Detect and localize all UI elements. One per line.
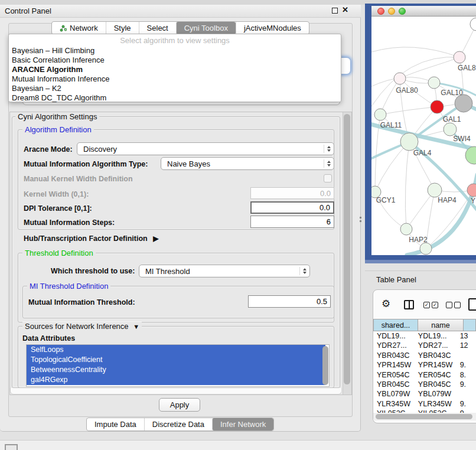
cell[interactable]: 9. xyxy=(457,360,476,370)
tab-discretize-data[interactable]: Discretize Data xyxy=(144,418,212,431)
tab-network[interactable]: Network xyxy=(52,22,106,34)
collapse-down-icon[interactable]: ▼ xyxy=(133,323,139,330)
table-row[interactable]: YPR145WYPR145W9. xyxy=(373,360,476,370)
cell[interactable]: YBR045C xyxy=(373,380,415,389)
manual-kernel-checkbox[interactable] xyxy=(324,174,332,182)
cell[interactable]: 12 xyxy=(457,341,476,350)
which-threshold-label: Which threshold to use: xyxy=(51,267,135,275)
network-node[interactable] xyxy=(444,123,457,136)
cell[interactable]: YBL079W xyxy=(373,389,415,399)
popup-item[interactable]: Bayesian – Hill Climbing xyxy=(9,46,341,56)
aracne-mode-combo[interactable]: Discovery xyxy=(77,142,334,155)
network-node[interactable] xyxy=(374,109,386,120)
network-node[interactable] xyxy=(420,243,432,255)
cell[interactable]: YDL19... xyxy=(415,331,457,341)
cell[interactable]: YBR045C xyxy=(415,380,457,389)
tab-select[interactable]: Select xyxy=(139,22,176,34)
network-node[interactable] xyxy=(467,184,476,197)
cell[interactable]: 8. xyxy=(457,370,476,380)
network-node[interactable] xyxy=(400,223,412,235)
mi-steps-field[interactable] xyxy=(250,216,334,228)
table-row[interactable]: YBR045CYBR045C9. xyxy=(373,380,476,389)
cell[interactable]: YDR27... xyxy=(415,341,457,350)
mi-threshold-field[interactable] xyxy=(248,295,331,308)
expand-right-icon[interactable]: ▶ xyxy=(153,234,158,243)
table-row[interactable]: YLR345WYLR345W9. xyxy=(373,399,476,409)
cell[interactable]: YER054C xyxy=(373,370,415,380)
cell[interactable]: 9. xyxy=(457,380,476,389)
tab-impute-data[interactable]: Impute Data xyxy=(87,418,144,431)
cell[interactable]: YBR043C xyxy=(373,351,415,360)
network-node[interactable] xyxy=(454,51,465,63)
network-node[interactable] xyxy=(400,133,418,151)
columns-icon[interactable] xyxy=(404,300,414,309)
table-hscrollbar-thumb[interactable] xyxy=(376,414,472,419)
cell[interactable]: YBR043C xyxy=(415,351,457,360)
cell[interactable]: 13 xyxy=(457,331,476,341)
cell[interactable]: YPR145W xyxy=(415,360,457,370)
network-node[interactable] xyxy=(455,94,472,112)
column-header-partial[interactable] xyxy=(463,319,476,331)
unchecked-box-icon[interactable] xyxy=(446,302,452,308)
column-header-shared[interactable]: shared... xyxy=(373,319,418,331)
popup-item[interactable]: Dream8 DC_TDC Algorithm xyxy=(9,93,341,103)
cell[interactable] xyxy=(457,389,476,399)
mi-type-combo[interactable]: Naive Bayes xyxy=(161,157,334,170)
close-icon[interactable]: ✕ xyxy=(342,5,348,14)
sources-group-title[interactable]: Sources for Network Inference ▼ xyxy=(22,322,142,331)
table-row[interactable]: YDR27...YDR27...12 xyxy=(373,341,476,350)
table-row[interactable]: YDL19...YDL19...13 xyxy=(373,331,476,341)
gear-icon[interactable]: ⚙ xyxy=(382,298,390,310)
cell[interactable]: YER054C xyxy=(415,370,457,380)
window-zoom-button[interactable] xyxy=(399,8,406,15)
popup-item[interactable]: Mutual Information Inference xyxy=(9,74,341,84)
popup-item[interactable]: Bayesian – K2 xyxy=(9,84,341,93)
network-node[interactable] xyxy=(394,73,406,84)
checked-box-icon[interactable]: ✓ xyxy=(432,302,438,308)
kernel-width-field[interactable] xyxy=(250,187,334,199)
cell[interactable]: YDL19... xyxy=(373,331,415,341)
cell[interactable]: YLR345W xyxy=(373,399,415,409)
network-canvas[interactable]: GAL80 GAL10 GAL1 SWI4 GAL11 GAL4 GCY1 HA… xyxy=(371,17,476,255)
window-close-button[interactable] xyxy=(377,8,384,15)
popup-item[interactable]: Basic Correlation Inference xyxy=(9,56,341,65)
attribute-item-selected[interactable]: SelfLoops xyxy=(27,345,325,355)
attribute-item-selected[interactable]: BetweennessCentrality xyxy=(27,365,325,375)
attribute-item-selected[interactable]: TopologicalCoefficient xyxy=(27,355,325,365)
window-minimize-button[interactable] xyxy=(388,8,395,15)
checked-box-icon[interactable]: ✓ xyxy=(423,302,430,308)
cell[interactable]: YBL079W xyxy=(415,389,457,399)
cell[interactable]: 9. xyxy=(457,399,476,409)
splitter-grip[interactable] xyxy=(360,217,361,219)
cell[interactable] xyxy=(457,351,476,360)
document-icon[interactable] xyxy=(468,298,476,311)
bottom-left-box[interactable] xyxy=(5,444,18,450)
cell[interactable]: YDR27... xyxy=(373,341,415,350)
unchecked-box-icon[interactable] xyxy=(454,302,461,308)
table-row[interactable]: YBL079WYBL079W xyxy=(373,389,476,399)
attribute-item-selected[interactable]: gal4RGexp xyxy=(27,375,325,385)
table-row[interactable]: YBR043CYBR043C xyxy=(373,351,476,360)
float-icon[interactable] xyxy=(332,8,338,14)
network-node[interactable] xyxy=(428,183,442,197)
column-header-name[interactable]: name xyxy=(418,319,464,331)
network-window-titlebar[interactable] xyxy=(371,6,476,17)
cell[interactable]: YPR145W xyxy=(373,360,415,370)
hub-definition-toggle[interactable]: Hub/Transcription Factor Definition ▶ xyxy=(24,234,158,243)
which-threshold-combo[interactable]: MI Threshold xyxy=(139,265,310,278)
settings-scrollbar-thumb[interactable] xyxy=(344,114,350,384)
tab-style[interactable]: Style xyxy=(106,22,139,34)
network-node[interactable] xyxy=(428,77,440,89)
control-panel-titlebar[interactable] xyxy=(0,5,361,18)
table-row[interactable]: YER054CYER054C8. xyxy=(373,370,476,380)
network-node[interactable] xyxy=(431,100,444,113)
network-node[interactable] xyxy=(470,18,476,31)
dpi-tolerance-field[interactable] xyxy=(250,201,334,214)
tab-cyni-toolbox[interactable]: Cyni Toolbox xyxy=(176,22,236,34)
cell[interactable]: YLR345W xyxy=(415,399,457,409)
tab-infer-network[interactable]: Infer Network xyxy=(212,418,273,431)
attributes-scrollbar-thumb[interactable] xyxy=(322,346,328,385)
popup-item-selected[interactable]: ARACNE Algorithm xyxy=(9,65,341,74)
tab-jactivemnodules[interactable]: jActiveMNodules xyxy=(236,22,309,34)
apply-button[interactable]: Apply xyxy=(159,398,200,412)
